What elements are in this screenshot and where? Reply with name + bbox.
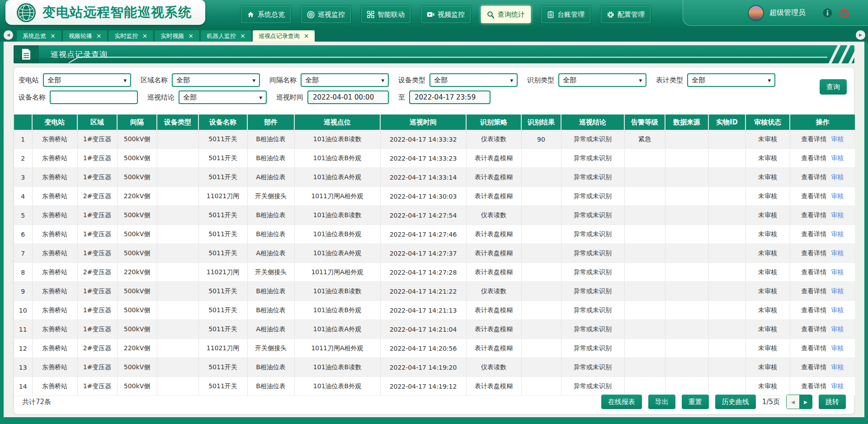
view-detail-link[interactable]: 查看详情 [801,363,826,371]
view-detail-link[interactable]: 查看详情 [801,211,826,219]
meter-type-select[interactable]: 全部 [687,73,775,87]
export-button[interactable]: 导出 [648,395,675,409]
online-report-button[interactable]: 在线报表 [601,395,642,409]
view-detail-link[interactable]: 查看详情 [801,135,826,143]
audit-link[interactable]: 审核 [831,268,844,276]
cell-point: 1011刀闸A相外观 [294,263,380,282]
recognition-type-select[interactable]: 全部 [558,73,646,87]
tab-bar: 系统总览 视频轮播 实时监控 实时视频 机器人监控 巡视点记录查询 [0,28,868,42]
next-page-icon[interactable] [799,395,812,409]
history-curve-button[interactable]: 历史曲线 [715,395,756,409]
view-detail-link[interactable]: 查看详情 [801,344,826,352]
reset-button[interactable]: 重置 [682,395,709,409]
power-logout-icon[interactable] [840,8,849,18]
cell-device-type [157,225,198,244]
audit-link[interactable]: 审核 [831,173,844,181]
tab-scroll-right-icon[interactable] [856,30,865,40]
device-name-input[interactable] [50,91,138,104]
tab-robot-monitor[interactable]: 机器人监控 [201,30,251,42]
view-detail-link[interactable]: 查看详情 [801,382,826,390]
audit-link[interactable]: 审核 [831,211,844,219]
audit-link[interactable]: 审核 [831,230,844,238]
nav-config-management[interactable]: 配置管理 [601,6,651,23]
audit-link[interactable]: 审核 [831,363,844,371]
cell-index: 6 [14,225,32,244]
audit-link[interactable]: 审核 [831,249,844,257]
audit-link[interactable]: 审核 [831,154,844,162]
view-detail-link[interactable]: 查看详情 [801,173,826,181]
tab-scroll-left-icon[interactable] [4,30,13,40]
view-detail-link[interactable]: 查看详情 [801,249,826,257]
nav-inspection-monitor[interactable]: 巡视监控 [301,6,351,23]
conclusion-select[interactable]: 全部 [179,91,267,104]
cell-operation: 查看详情审核 [790,320,855,339]
cell-part: B相油位表 [247,149,294,168]
cell-result [521,168,561,187]
tab-system-overview[interactable]: 系统总览 [17,30,61,42]
search-button[interactable]: 查询 [820,79,847,95]
close-icon[interactable] [50,33,56,39]
jump-button[interactable]: 跳转 [819,395,846,409]
table-row: 13东善桥站1#变压器500kV侧5011开关B相油位表101油位表B读数202… [14,358,855,377]
time-from-input[interactable]: 2022-04-01 00:00 [307,91,389,104]
nav-video-monitor[interactable]: 视频监控 [421,6,471,23]
view-detail-link[interactable]: 查看详情 [801,192,826,200]
app-title: 变电站远程智能巡视系统 [42,4,192,22]
cell-result [521,244,561,263]
col-device-type: 设备类型 [157,114,198,130]
nav-system-overview[interactable]: 系统总览 [241,6,291,23]
nav-query-statistics[interactable]: 查询统计 [481,6,531,23]
header: 变电站远程智能巡视系统 系统总览 巡视监控 智能联动 [0,0,868,29]
close-icon[interactable] [304,33,309,39]
view-detail-link[interactable]: 查看详情 [801,268,826,276]
tab-video-carousel[interactable]: 视频轮播 [63,30,108,42]
close-icon[interactable] [240,33,245,39]
view-detail-link[interactable]: 查看详情 [801,154,826,162]
cell-part: B相油位表 [247,282,294,301]
cell-time: 2022-04-17 14:33:14 [380,168,466,187]
area-select[interactable]: 全部 [172,73,260,87]
close-icon[interactable] [142,33,147,39]
bay-select[interactable]: 全部 [301,73,389,87]
audit-link[interactable]: 审核 [831,135,844,143]
cell-result [521,358,561,377]
station-select[interactable]: 全部 [43,73,131,87]
cell-operation: 查看详情审核 [790,225,855,244]
close-icon[interactable] [188,33,193,39]
device-type-select[interactable]: 全部 [429,73,518,87]
tab-realtime-monitor[interactable]: 实时监控 [108,30,153,42]
view-detail-link[interactable]: 查看详情 [801,306,826,314]
audit-link[interactable]: 审核 [831,287,844,295]
view-detail-link[interactable]: 查看详情 [801,230,826,238]
audit-link[interactable]: 审核 [831,192,844,200]
audit-link[interactable]: 审核 [831,344,844,352]
audit-link[interactable]: 审核 [831,382,844,390]
tab-realtime-video[interactable]: 实时视频 [155,30,199,42]
nav-ledger-management[interactable]: 台账管理 [541,6,590,23]
cell-area: 1#变压器 [77,130,117,149]
cell-index: 2 [14,149,32,168]
nav-smart-linkage[interactable]: 智能联动 [361,6,410,23]
tab-inspection-record-query[interactable]: 巡视点记录查询 [253,30,315,42]
col-operation: 操作 [790,114,855,130]
station-filter-label: 变电站 [19,76,39,85]
view-detail-link[interactable]: 查看详情 [801,325,826,333]
audit-link[interactable]: 审核 [831,325,844,333]
cell-physical-id [708,130,745,149]
view-detail-link[interactable]: 查看详情 [801,287,826,295]
prev-page-icon[interactable] [787,395,799,409]
col-audit-status: 审核状态 [745,114,790,130]
cell-device-name: 5011开关 [198,168,247,187]
col-index [14,114,32,130]
cell-operation: 查看详情审核 [790,301,855,320]
audit-link[interactable]: 审核 [831,306,844,314]
info-icon[interactable] [823,8,832,18]
cell-conclusion: 异常或未识别 [561,358,624,377]
col-strategy: 识别策略 [466,114,521,130]
cell-index: 13 [14,358,32,377]
close-icon[interactable] [96,33,102,39]
time-to-input[interactable]: 2022-04-17 23:59 [409,91,491,104]
cell-operation: 查看详情审核 [790,168,855,187]
avatar[interactable] [748,5,764,21]
cell-part: B相油位表 [247,130,294,149]
